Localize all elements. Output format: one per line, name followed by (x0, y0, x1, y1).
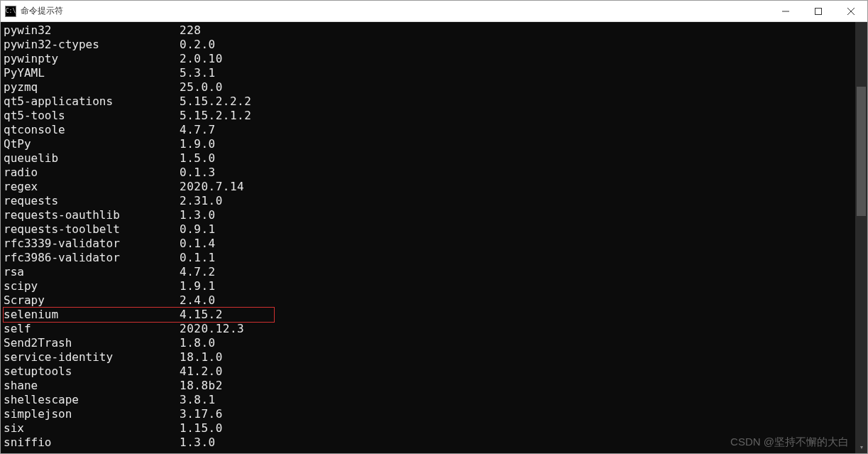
package-name: qt5-tools (4, 109, 180, 123)
package-version: 1.8.0 (180, 336, 216, 350)
package-name: service-identity (4, 350, 180, 364)
maximize-button[interactable] (802, 1, 835, 21)
package-version: 228 (180, 23, 201, 38)
package-name: requests-oauthlib (4, 208, 180, 222)
package-name: selenium (4, 308, 180, 322)
package-name: regex (4, 180, 180, 194)
close-icon (847, 8, 855, 15)
package-version: 1.15.0 (180, 421, 223, 436)
svg-rect-1 (815, 8, 822, 14)
package-version: 18.1.0 (180, 350, 223, 364)
package-row: shane18.8b2 (4, 379, 852, 393)
package-name: simplejson (4, 407, 180, 421)
package-name: radio (4, 166, 180, 180)
package-name: scipy (4, 279, 180, 293)
package-row: simplejson3.17.6 (4, 407, 852, 421)
package-version: 2.4.0 (180, 293, 216, 308)
package-version: 1.5.0 (180, 151, 216, 166)
package-row: requests2.31.0 (4, 194, 852, 208)
package-name: qt5-applications (4, 94, 180, 109)
package-version: 2.31.0 (180, 194, 223, 208)
package-row: PyYAML5.3.1 (4, 66, 852, 80)
package-version: 2020.7.14 (180, 180, 244, 194)
package-version: 2020.12.3 (180, 322, 244, 336)
package-name: QtPy (4, 137, 180, 151)
package-row: qt5-tools5.15.2.1.2 (4, 109, 852, 123)
package-version: 41.2.0 (180, 364, 223, 379)
package-name: pywinpty (4, 52, 180, 66)
close-button[interactable] (835, 1, 867, 21)
package-row: setuptools41.2.0 (4, 364, 852, 379)
package-name: PyYAML (4, 66, 180, 80)
package-version: 1.9.1 (180, 279, 216, 293)
package-version: 5.15.2.2.2 (180, 94, 251, 109)
package-name: rfc3986-validator (4, 251, 180, 265)
package-row: radio0.1.3 (4, 166, 852, 180)
terminal-output[interactable]: pywin32228pywin32-ctypes0.2.0pywinpty2.0… (1, 22, 855, 453)
window-title: 命令提示符 (21, 5, 63, 17)
package-version: 4.15.2 (180, 308, 223, 322)
package-row: rfc3986-validator0.1.1 (4, 251, 852, 265)
package-version: 3.17.6 (180, 407, 223, 421)
package-row: sniffio1.3.0 (4, 436, 852, 450)
package-row: pywin32228 (4, 23, 852, 38)
package-row: Send2Trash1.8.0 (4, 336, 852, 350)
package-version: 25.0.0 (180, 80, 223, 94)
vertical-scrollbar[interactable]: ▾ (855, 22, 867, 453)
package-row: QtPy1.9.0 (4, 137, 852, 151)
package-row: selenium4.15.2 (3, 307, 275, 323)
package-version: 1.3.0 (180, 436, 216, 450)
package-row: pywinpty2.0.10 (4, 52, 852, 66)
scrollbar-thumb[interactable] (857, 87, 866, 216)
package-name: shellescape (4, 393, 180, 407)
package-name: requests (4, 194, 180, 208)
titlebar[interactable]: C:\ 命令提示符 (1, 1, 867, 22)
package-row: Scrapy2.4.0 (4, 293, 852, 308)
scroll-down-arrow[interactable]: ▾ (855, 441, 867, 453)
package-row: rfc3339-validator0.1.4 (4, 237, 852, 251)
package-name: sniffio (4, 436, 180, 450)
package-name: rfc3339-validator (4, 237, 180, 251)
maximize-icon (815, 8, 822, 15)
minimize-icon (782, 8, 789, 15)
package-row: requests-toolbelt0.9.1 (4, 222, 852, 237)
command-prompt-window: C:\ 命令提示符 pywin32228pywin32-ctypes0.2.0p… (0, 0, 868, 454)
package-version: 1.9.0 (180, 137, 216, 151)
package-row: shellescape3.8.1 (4, 393, 852, 407)
package-name: queuelib (4, 151, 180, 166)
package-row: queuelib1.5.0 (4, 151, 852, 166)
package-name: pywin32-ctypes (4, 38, 180, 52)
package-row: service-identity18.1.0 (4, 350, 852, 364)
package-row: pywin32-ctypes0.2.0 (4, 38, 852, 52)
package-name: qtconsole (4, 123, 180, 137)
package-version: 2.0.10 (180, 52, 223, 66)
package-version: 0.9.1 (180, 222, 216, 237)
package-name: pyzmq (4, 80, 180, 94)
package-row: scipy1.9.1 (4, 279, 852, 293)
package-version: 4.7.7 (180, 123, 216, 137)
terminal-area: pywin32228pywin32-ctypes0.2.0pywinpty2.0… (1, 22, 867, 453)
package-name: pywin32 (4, 23, 180, 38)
package-row: pyzmq25.0.0 (4, 80, 852, 94)
app-icon: C:\ (5, 6, 16, 17)
package-row: six1.15.0 (4, 421, 852, 436)
window-controls (769, 1, 867, 21)
package-row: regex2020.7.14 (4, 180, 852, 194)
package-row: self2020.12.3 (4, 322, 852, 336)
package-version: 1.3.0 (180, 208, 216, 222)
package-name: self (4, 322, 180, 336)
minimize-button[interactable] (769, 1, 802, 21)
package-version: 18.8b2 (180, 379, 223, 393)
package-name: Scrapy (4, 293, 180, 308)
package-version: 0.2.0 (180, 38, 216, 52)
package-name: Send2Trash (4, 336, 180, 350)
package-name: rsa (4, 265, 180, 279)
package-name: requests-toolbelt (4, 222, 180, 237)
package-row: qt5-applications5.15.2.2.2 (4, 94, 852, 109)
package-version: 0.1.3 (180, 166, 216, 180)
scroll-up-arrow[interactable] (855, 22, 867, 34)
package-version: 0.1.1 (180, 251, 216, 265)
package-version: 3.8.1 (180, 393, 216, 407)
package-name: six (4, 421, 180, 436)
package-version: 4.7.2 (180, 265, 216, 279)
